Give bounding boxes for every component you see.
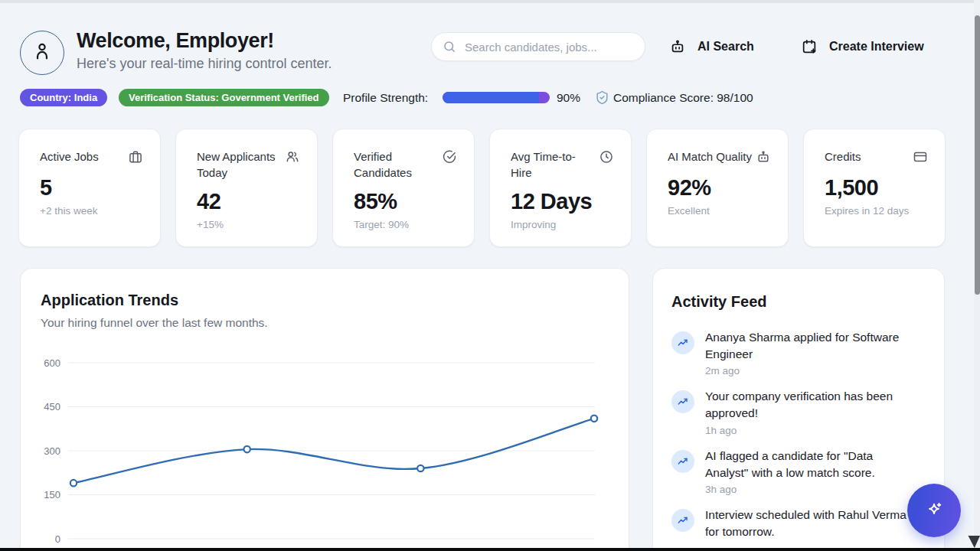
stat-label: Verified Candidates xyxy=(354,148,439,181)
ai-assistant-fab[interactable] xyxy=(907,484,961,537)
activity-feed-panel: Activity Feed Ananya Sharma applied for … xyxy=(652,268,945,551)
employer-dashboard: Welcome, Employer! Here's your real-time… xyxy=(0,0,980,551)
feed-item-time: 1h ago xyxy=(705,425,909,436)
stat-card-new-applicants: New Applicants Today 42 +15% xyxy=(175,129,318,247)
page-title: Welcome, Employer! xyxy=(77,29,274,53)
search-input[interactable] xyxy=(463,40,635,54)
stat-card-active-jobs: Active Jobs 5 +2 this week xyxy=(18,129,161,247)
svg-text:600: 600 xyxy=(44,357,60,369)
stat-value: 1,500 xyxy=(825,175,928,201)
stat-value: 85% xyxy=(354,189,457,214)
create-interview-label: Create Interview xyxy=(829,40,924,54)
trending-up-icon xyxy=(671,390,694,413)
shield-check-icon xyxy=(595,90,609,108)
calendar-plus-icon xyxy=(801,38,818,55)
stat-sub: Excellent xyxy=(668,205,771,217)
stat-card-verified-candidates: Verified Candidates 85% Target: 90% xyxy=(332,129,475,247)
sparkles-icon xyxy=(923,500,945,521)
avatar[interactable] xyxy=(20,31,64,75)
profile-strength-bar xyxy=(443,92,550,103)
stat-cards-row: Active Jobs 5 +2 this week New Applicant… xyxy=(18,129,946,247)
svg-text:450: 450 xyxy=(44,401,60,412)
stat-card-credits: Credits 1,500 Expires in 12 days xyxy=(803,129,946,247)
credit-card-icon xyxy=(913,149,928,168)
activity-feed-list: Ananya Sharma applied for Software Engin… xyxy=(671,329,926,540)
scrollbar-track xyxy=(974,0,980,551)
svg-text:300: 300 xyxy=(44,445,60,457)
svg-text:0: 0 xyxy=(55,533,60,545)
window-bottom-edge xyxy=(0,548,980,551)
activity-feed-title: Activity Feed xyxy=(671,293,926,311)
profile-strength-fill xyxy=(443,92,539,103)
clock-icon xyxy=(599,149,614,168)
stat-value: 42 xyxy=(197,189,300,214)
feed-item-text: Your company verification has been appro… xyxy=(705,388,909,422)
compliance-score: Compliance Score: 98/100 xyxy=(613,91,753,105)
application-trends-chart: 0150300450600 xyxy=(21,269,630,551)
profile-strength-label: Profile Strength: xyxy=(343,91,428,105)
feed-item: Ananya Sharma applied for Software Engin… xyxy=(671,329,926,377)
feed-item-time: 3h ago xyxy=(705,484,909,495)
feed-item-text: Ananya Sharma applied for Software Engin… xyxy=(705,329,909,363)
user-icon xyxy=(31,41,53,65)
ai-search-button[interactable]: AI Search xyxy=(669,32,754,61)
create-interview-button[interactable]: Create Interview xyxy=(801,32,924,61)
page-subtitle: Here's your real-time hiring control cen… xyxy=(77,56,332,72)
feed-item: AI flagged a candidate for "Data Analyst… xyxy=(671,448,926,495)
profile-strength-value: 90% xyxy=(557,91,580,105)
stat-sub: +2 this week xyxy=(40,205,143,217)
svg-text:150: 150 xyxy=(44,489,60,500)
stat-sub: Target: 90% xyxy=(354,219,457,230)
search-icon xyxy=(443,40,456,54)
trending-up-icon xyxy=(671,331,694,354)
trending-up-icon xyxy=(671,509,694,532)
check-circle-icon xyxy=(442,149,457,168)
stat-card-ai-match-quality: AI Match Quality 92% Excellent xyxy=(646,129,789,247)
stat-sub: Improving xyxy=(511,219,614,230)
verification-badge: Verification Status: Government Verified xyxy=(119,89,329,106)
feed-item: Interview scheduled with Rahul Verma for… xyxy=(671,507,926,540)
trending-up-icon xyxy=(671,450,694,473)
stat-card-time-to-hire: Avg Time-to-Hire 12 Days Improving xyxy=(489,129,632,247)
briefcase-icon xyxy=(128,149,143,168)
stat-value: 5 xyxy=(40,175,143,201)
window-top-edge xyxy=(0,0,980,3)
search-bar[interactable] xyxy=(431,32,645,61)
feed-item-text: Interview scheduled with Rahul Verma for… xyxy=(705,507,909,540)
stat-label: Active Jobs xyxy=(40,148,99,165)
stat-value: 92% xyxy=(668,175,771,201)
feed-item-text: AI flagged a candidate for "Data Analyst… xyxy=(705,448,909,481)
country-badge: Country: India xyxy=(20,89,107,106)
stat-label: AI Match Quality xyxy=(668,148,752,165)
scrollbar-thumb[interactable] xyxy=(975,15,980,295)
stat-sub: +15% xyxy=(197,219,300,230)
stat-label: Avg Time-to-Hire xyxy=(511,148,596,181)
ai-search-label: AI Search xyxy=(697,40,754,54)
bot-icon xyxy=(669,38,686,55)
stat-label: Credits xyxy=(825,148,861,165)
feed-item: Your company verification has been appro… xyxy=(671,388,926,435)
feed-item-time: 2m ago xyxy=(705,365,909,377)
bot-icon xyxy=(756,149,771,168)
users-icon xyxy=(285,149,300,168)
stat-value: 12 Days xyxy=(511,189,614,214)
stat-sub: Expires in 12 days xyxy=(825,205,928,217)
stat-label: New Applicants Today xyxy=(197,148,283,181)
application-trends-panel: Application Trends Your hiring funnel ov… xyxy=(20,268,629,551)
